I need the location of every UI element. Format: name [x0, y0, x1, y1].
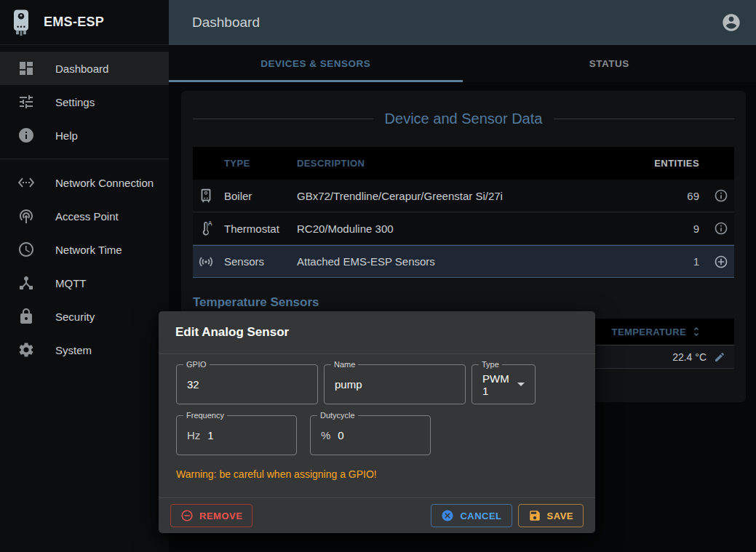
sidebar-item-mqtt[interactable]: MQTT: [0, 266, 169, 300]
dutycycle-unit-prefix: %: [321, 429, 330, 441]
type-select[interactable]: Type PWM 1: [471, 364, 536, 404]
gpio-field[interactable]: GPIO 32: [176, 364, 318, 404]
type-select-label: Type: [479, 360, 502, 369]
active-tab-indicator: [169, 80, 463, 82]
device-type: Boiler: [224, 190, 252, 202]
dashboard-icon: [17, 60, 35, 77]
sidebar-item-network-time[interactable]: Network Time: [0, 233, 169, 266]
temperature-value: 22.4 °C: [672, 351, 707, 363]
sidebar-item-help[interactable]: Help: [0, 119, 169, 152]
gpio-warning-text: Warning: be careful when assigning a GPI…: [176, 468, 578, 480]
dialog-title: Edit Analog Sensor: [159, 311, 595, 354]
sort-icon: [691, 326, 702, 337]
cancel-icon: [441, 509, 454, 522]
wifi-tethering-icon: [17, 207, 35, 225]
sidebar-item-dashboard[interactable]: Dashboard: [0, 52, 169, 85]
sidebar-divider: [0, 159, 169, 159]
tab-bar: DEVICES & SENSORS STATUS: [169, 45, 756, 82]
frequency-field[interactable]: Frequency Hz 1: [176, 415, 297, 455]
frequency-field-label: Frequency: [183, 411, 227, 420]
svg-text:A: A: [208, 220, 212, 227]
device-type: Sensors: [224, 255, 264, 268]
info-outline-icon[interactable]: [714, 188, 728, 203]
tab-devices-sensors[interactable]: DEVICES & SENSORS: [169, 45, 463, 82]
device-entities: 69: [626, 190, 699, 202]
dutycycle-field-label: Dutycycle: [317, 411, 358, 420]
sidebar-item-security[interactable]: Security: [0, 300, 169, 333]
add-circle-icon[interactable]: [714, 255, 728, 269]
sidebar-item-access-point[interactable]: Access Point: [0, 199, 169, 233]
column-entities: ENTITIES: [626, 158, 699, 169]
device-entities: 9: [626, 223, 699, 235]
sidebar-item-label: Network Connection: [55, 177, 154, 189]
name-field-value: pump: [335, 378, 362, 391]
app-bar: Dashboard: [169, 0, 756, 45]
dialog-footer: REMOVE CANCEL SAVE: [159, 497, 595, 533]
dutycycle-field-value: 0: [338, 429, 343, 441]
column-description: DESCRIPTION: [297, 158, 626, 169]
heading-rule-right: [554, 119, 734, 119]
frequency-field-value: 1: [207, 429, 213, 441]
boiler-icon: [198, 188, 214, 204]
heading-rule-left: [193, 119, 373, 119]
sidebar-item-label: Network Time: [55, 244, 122, 256]
sidebar-item-label: MQTT: [55, 277, 87, 289]
section-heading: Device and Sensor Data: [193, 108, 734, 129]
gpio-field-value: 32: [187, 378, 199, 391]
device-table-header: TYPE DESCRIPTION ENTITIES: [193, 147, 734, 180]
column-temperature-label: TEMPERATURE: [612, 327, 686, 337]
device-table: TYPE DESCRIPTION ENTITIES Boiler GBx72/T…: [193, 147, 734, 278]
sidebar-item-label: Access Point: [55, 210, 119, 223]
sensors-icon: [198, 254, 214, 270]
column-temperature[interactable]: TEMPERATURE: [612, 326, 734, 337]
tab-label: STATUS: [589, 58, 629, 69]
page-title: Dashboard: [192, 15, 721, 31]
sidebar-item-label: Settings: [55, 96, 95, 108]
cancel-button-label: CANCEL: [460, 511, 501, 521]
edit-analog-sensor-dialog: Edit Analog Sensor GPIO 32 Name pump Typ…: [159, 311, 595, 533]
device-description: RC20/Moduline 300: [297, 223, 626, 235]
sidebar-item-system[interactable]: System: [0, 333, 169, 367]
sidebar-item-label: Security: [55, 311, 95, 323]
device-description: GBx72/Trendline/Cerapur/Greenstar Si/27i: [297, 190, 626, 202]
column-type: TYPE: [193, 158, 297, 169]
tune-icon: [17, 93, 35, 111]
name-field[interactable]: Name pump: [324, 364, 466, 404]
name-field-label: Name: [331, 360, 358, 369]
save-button[interactable]: SAVE: [518, 504, 584, 527]
section-title: Device and Sensor Data: [385, 111, 543, 127]
save-icon: [528, 509, 541, 522]
app-title: EMS-ESP: [44, 15, 104, 30]
app-logo-boiler-icon: [10, 9, 32, 36]
table-row-sensors[interactable]: Sensors Attached EMS-ESP Sensors 1: [193, 245, 734, 278]
sidebar-header: EMS-ESP: [0, 0, 169, 45]
tab-status[interactable]: STATUS: [463, 45, 756, 82]
table-row-boiler[interactable]: Boiler GBx72/Trendline/Cerapur/Greenstar…: [193, 180, 734, 212]
remove-button-label: REMOVE: [199, 511, 242, 521]
save-button-label: SAVE: [547, 511, 573, 521]
account-circle-icon[interactable]: [721, 12, 741, 33]
sidebar-item-label: Help: [55, 129, 78, 142]
lock-icon: [17, 308, 35, 325]
sidebar-item-network-connection[interactable]: Network Connection: [0, 166, 169, 199]
gear-icon: [17, 341, 35, 359]
remove-button[interactable]: REMOVE: [170, 504, 252, 527]
temperature-section-title: Temperature Sensors: [193, 295, 734, 310]
sidebar-item-label: System: [55, 344, 92, 356]
ethernet-icon: [17, 174, 35, 191]
device-description: Attached EMS-ESP Sensors: [297, 255, 626, 268]
dutycycle-field[interactable]: Dutycycle % 0: [310, 415, 431, 455]
edit-pencil-icon[interactable]: [714, 351, 725, 363]
device-entities: 1: [626, 255, 699, 268]
info-icon: [17, 127, 35, 144]
sidebar-item-settings[interactable]: Settings: [0, 85, 169, 119]
type-select-value: PWM 1: [482, 372, 512, 397]
info-outline-icon[interactable]: [714, 221, 728, 236]
thermostat-icon: A: [198, 220, 214, 236]
remove-circle-icon: [180, 509, 194, 522]
device-type: Thermostat: [224, 223, 279, 235]
device-hub-icon: [17, 274, 35, 292]
table-row-thermostat[interactable]: A Thermostat RC20/Moduline 300 9: [193, 212, 734, 245]
cancel-button[interactable]: CANCEL: [431, 504, 512, 527]
chevron-down-icon: [517, 383, 525, 386]
